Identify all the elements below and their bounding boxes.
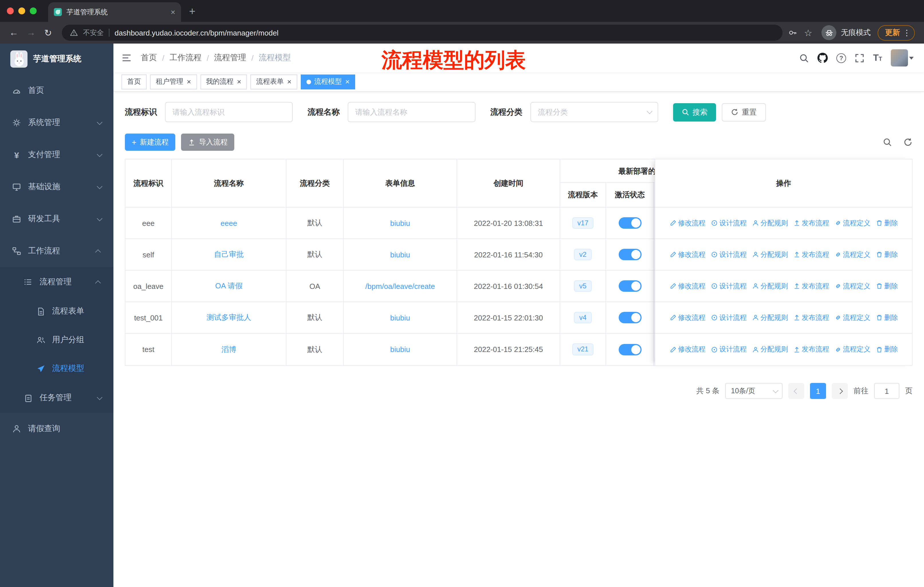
new-tab-button[interactable]: + bbox=[189, 5, 195, 17]
refresh-table-icon[interactable] bbox=[903, 137, 912, 147]
process-name-link[interactable]: 测试多审批人 bbox=[206, 313, 251, 323]
sidebar-item-process-form[interactable]: 流程表单 bbox=[0, 297, 114, 326]
breadcrumb-home[interactable]: 首页 bbox=[141, 53, 157, 63]
process-name-input[interactable] bbox=[348, 102, 475, 122]
form-info-link[interactable]: biubiu bbox=[390, 313, 410, 322]
assign-rule-link[interactable]: 分配规则 bbox=[752, 313, 788, 322]
help-icon[interactable]: ? bbox=[837, 53, 846, 63]
create-process-button[interactable]: + 新建流程 bbox=[125, 134, 175, 151]
page-size-select[interactable]: 10条/页 bbox=[725, 383, 782, 399]
tag-close-icon[interactable]: × bbox=[237, 78, 241, 85]
sidebar-item-devtools[interactable]: 研发工具 bbox=[0, 203, 114, 235]
sidebar-item-task-mgmt[interactable]: 任务管理 bbox=[0, 383, 114, 413]
sidebar-item-payment[interactable]: ¥ 支付管理 bbox=[0, 139, 114, 171]
tag-home[interactable]: 首页 bbox=[121, 74, 147, 89]
tag-process-form[interactable]: 流程表单× bbox=[250, 74, 297, 89]
back-icon[interactable]: ← bbox=[6, 25, 22, 41]
hamburger-icon[interactable] bbox=[121, 53, 132, 63]
form-info-link[interactable]: /bpm/oa/leave/create bbox=[365, 282, 435, 290]
process-key-input[interactable] bbox=[165, 102, 293, 122]
sidebar-item-system[interactable]: 系统管理 bbox=[0, 107, 114, 139]
sidebar-item-process-model[interactable]: 流程模型 bbox=[0, 354, 114, 383]
publish-process-link[interactable]: 发布流程 bbox=[793, 313, 829, 322]
hide-search-icon[interactable] bbox=[883, 137, 892, 147]
process-definition-link[interactable]: 流程定义 bbox=[834, 281, 870, 291]
design-process-link[interactable]: 设计流程 bbox=[711, 281, 747, 291]
address-bar[interactable]: 不安全 dashboard.yudao.iocoder.cn/bpm/manag… bbox=[62, 25, 782, 41]
process-definition-link[interactable]: 流程定义 bbox=[834, 344, 870, 354]
github-icon[interactable] bbox=[817, 53, 828, 63]
sidebar-item-workflow[interactable]: 工作流程 bbox=[0, 235, 114, 267]
process-name-link[interactable]: 自己审批 bbox=[214, 250, 244, 260]
fullscreen-icon[interactable] bbox=[855, 53, 865, 63]
update-chip[interactable]: 更新 ⋮ bbox=[878, 25, 915, 40]
form-info-link[interactable]: biubiu bbox=[390, 250, 410, 259]
design-process-link[interactable]: 设计流程 bbox=[711, 344, 747, 354]
sidebar-item-leave-query[interactable]: 请假查询 bbox=[0, 413, 114, 445]
reset-button[interactable]: 重置 bbox=[722, 103, 766, 121]
goto-page-input[interactable] bbox=[874, 383, 899, 399]
font-size-icon[interactable]: TT bbox=[873, 53, 882, 63]
breadcrumb-workflow[interactable]: 工作流程 bbox=[170, 53, 201, 63]
tag-tenant[interactable]: 租户管理× bbox=[150, 74, 197, 89]
assign-rule-link[interactable]: 分配规则 bbox=[752, 281, 788, 291]
category-select[interactable]: 流程分类 bbox=[530, 102, 658, 122]
design-process-link[interactable]: 设计流程 bbox=[711, 218, 747, 228]
sidebar-item-infra[interactable]: 基础设施 bbox=[0, 171, 114, 203]
process-definition-link[interactable]: 流程定义 bbox=[834, 218, 870, 228]
assign-rule-link[interactable]: 分配规则 bbox=[752, 218, 788, 228]
reload-icon[interactable]: ↻ bbox=[40, 25, 56, 41]
modify-process-link[interactable]: 修改流程 bbox=[669, 313, 705, 322]
publish-process-link[interactable]: 发布流程 bbox=[793, 218, 829, 228]
close-window-button[interactable] bbox=[7, 7, 14, 14]
sidebar-item-home[interactable]: 首页 bbox=[0, 74, 114, 107]
active-status-toggle[interactable] bbox=[619, 249, 641, 260]
tab-close-icon[interactable]: × bbox=[171, 8, 175, 16]
publish-process-link[interactable]: 发布流程 bbox=[793, 281, 829, 291]
active-status-toggle[interactable] bbox=[619, 280, 641, 292]
browser-tab[interactable]: 芋道管理系统 × bbox=[48, 2, 181, 22]
modify-process-link[interactable]: 修改流程 bbox=[669, 344, 705, 354]
form-info-link[interactable]: biubiu bbox=[390, 345, 410, 354]
active-status-toggle[interactable] bbox=[619, 312, 641, 323]
browser-menu-icon[interactable]: ⋮ bbox=[903, 28, 911, 37]
design-process-link[interactable]: 设计流程 bbox=[711, 313, 747, 322]
minimize-window-button[interactable] bbox=[18, 7, 25, 14]
bookmark-star-icon[interactable]: ☆ bbox=[804, 27, 812, 38]
delete-process-link[interactable]: 删除 bbox=[876, 250, 898, 260]
delete-process-link[interactable]: 删除 bbox=[876, 313, 898, 322]
modify-process-link[interactable]: 修改流程 bbox=[669, 281, 705, 291]
search-button[interactable]: 搜索 bbox=[673, 103, 716, 121]
forward-icon[interactable]: → bbox=[23, 25, 39, 41]
page-1-button[interactable]: 1 bbox=[810, 383, 826, 399]
prev-page-button[interactable] bbox=[788, 383, 804, 399]
import-process-button[interactable]: 导入流程 bbox=[181, 134, 234, 151]
sidebar-item-user-group[interactable]: 用户分组 bbox=[0, 326, 114, 354]
form-info-link[interactable]: biubiu bbox=[390, 219, 410, 227]
modify-process-link[interactable]: 修改流程 bbox=[669, 218, 705, 228]
delete-process-link[interactable]: 删除 bbox=[876, 218, 898, 228]
password-key-icon[interactable] bbox=[788, 28, 797, 37]
maximize-window-button[interactable] bbox=[30, 7, 37, 14]
active-status-toggle[interactable] bbox=[619, 344, 641, 355]
tag-close-icon[interactable]: × bbox=[187, 78, 191, 85]
delete-process-link[interactable]: 删除 bbox=[876, 344, 898, 354]
active-status-toggle[interactable] bbox=[619, 217, 641, 229]
assign-rule-link[interactable]: 分配规则 bbox=[752, 344, 788, 354]
logo[interactable]: 芋道管理系统 bbox=[0, 43, 114, 74]
tag-close-icon[interactable]: × bbox=[287, 78, 291, 85]
process-name-link[interactable]: OA 请假 bbox=[215, 281, 242, 291]
process-definition-link[interactable]: 流程定义 bbox=[834, 313, 870, 322]
design-process-link[interactable]: 设计流程 bbox=[711, 250, 747, 260]
tag-process-model[interactable]: 流程模型× bbox=[301, 74, 355, 89]
search-icon[interactable] bbox=[799, 53, 809, 63]
process-definition-link[interactable]: 流程定义 bbox=[834, 250, 870, 260]
process-name-link[interactable]: 滔博 bbox=[221, 344, 236, 355]
sidebar-item-process-mgmt[interactable]: 流程管理 bbox=[0, 267, 114, 297]
breadcrumb-process-mgmt[interactable]: 流程管理 bbox=[214, 53, 246, 63]
tag-my-process[interactable]: 我的流程× bbox=[200, 74, 247, 89]
next-page-button[interactable] bbox=[832, 383, 848, 399]
tag-close-icon[interactable]: × bbox=[345, 78, 350, 85]
publish-process-link[interactable]: 发布流程 bbox=[793, 250, 829, 260]
user-menu[interactable] bbox=[891, 49, 914, 66]
